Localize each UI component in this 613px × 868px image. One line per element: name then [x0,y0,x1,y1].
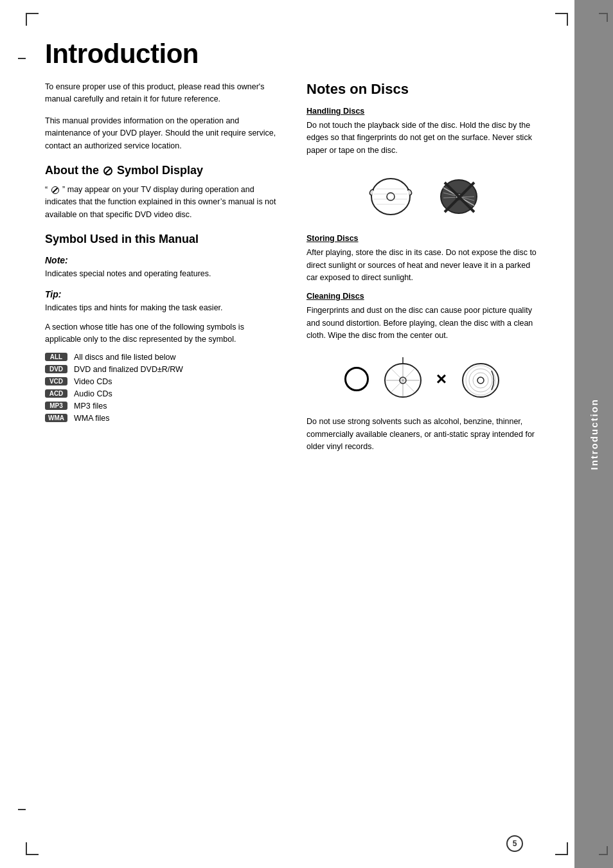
page: Introduction To ensure proper use of thi… [0,0,613,868]
tick-left-bottom [18,809,26,810]
storing-discs-text: After playing, store the disc in its cas… [306,247,542,284]
badge-mp3: MP3 [45,402,67,410]
badge-vcd: VCD [45,377,67,385]
sidebar: Introduction [574,0,613,868]
badge-row-mp3: MP3 MP3 files [45,402,281,411]
cleaning-disc-good-icon [378,355,427,403]
badge-all-desc: All discs and file listed below [74,353,175,362]
about-section-title: About the Symbol Display [45,164,281,177]
note-text: Indicates special notes and operating fe… [45,268,281,280]
cleaning-discs-text2: Do not use strong solvents such as alcoh… [306,416,542,453]
disc-good-icon [364,170,415,221]
two-column-layout: To ensure proper use of this product, pl… [45,81,542,461]
badge-dvd-desc: DVD and finalized DVD±R/RW [74,365,183,374]
main-content: Introduction To ensure proper use of thi… [0,0,574,868]
page-title: Introduction [45,39,542,69]
intro-paragraph-2: This manual provides information on the … [45,115,281,152]
corner-mark-bottom-left [26,842,39,855]
svg-point-22 [473,373,488,388]
handling-illustration [306,170,542,221]
badge-row-all: ALL All discs and file listed below [45,353,281,362]
cleaning-disc-bad-icon [456,355,504,403]
cleaning-illustration: × [306,355,542,403]
disc-bad-icon [434,170,486,221]
cleaning-discs-text1: Fingerprints and dust on the disc can ca… [306,305,542,342]
badge-list: ALL All discs and file listed below DVD … [45,353,281,423]
badge-acd: ACD [45,389,67,398]
badge-row-wma: WMA WMA files [45,414,281,423]
badge-vcd-desc: Video CDs [74,377,112,386]
svg-point-21 [477,377,484,384]
x-mark-icon: × [436,370,447,388]
badge-mp3-desc: MP3 files [74,402,107,411]
left-column: To ensure proper use of this product, pl… [45,81,281,461]
circle-ok-icon [344,367,369,391]
cleaning-discs-subtitle: Cleaning Discs [306,292,542,301]
handling-discs-subtitle: Handling Discs [306,107,542,116]
symbol-section-title: Symbol Used in this Manual [45,233,281,246]
badge-wma: WMA [45,414,67,422]
note-label: Note: [45,255,281,265]
general-text: A section whose title has one of the fol… [45,321,281,346]
badge-row-dvd: DVD DVD and finalized DVD±R/RW [45,365,281,374]
sidebar-corner-top [599,13,608,22]
svg-point-24 [466,366,495,395]
handling-discs-text: Do not touch the playback side of the di… [306,120,542,157]
tip-text: Indicates tips and hints for making the … [45,302,281,314]
notes-on-discs-title: Notes on Discs [306,81,542,98]
badge-wma-desc: WMA files [74,414,110,423]
tip-label: Tip: [45,289,281,299]
no-symbol-icon-2 [51,186,59,194]
sidebar-label: Introduction [589,398,600,470]
right-column: Notes on Discs Handling Discs Do not tou… [306,81,542,461]
badge-acd-desc: Audio CDs [74,389,112,398]
sidebar-corner-bottom [599,846,608,855]
svg-point-23 [469,369,492,392]
badge-dvd: DVD [45,365,67,373]
badge-row-acd: ACD Audio CDs [45,389,281,398]
corner-mark-top-left [26,13,39,26]
page-number: 5 [506,835,523,852]
no-symbol-icon [103,166,112,175]
storing-discs-subtitle: Storing Discs [306,234,542,243]
badge-all: ALL [45,353,67,361]
tick-left-top [18,58,26,59]
svg-point-0 [371,179,410,215]
corner-mark-top-right [555,13,568,26]
badge-row-vcd: VCD Video CDs [45,377,281,386]
intro-paragraph-1: To ensure proper use of this product, pl… [45,81,281,106]
corner-mark-bottom-right [555,842,568,855]
about-section-text: “ ” may appear on your TV display during… [45,184,281,221]
